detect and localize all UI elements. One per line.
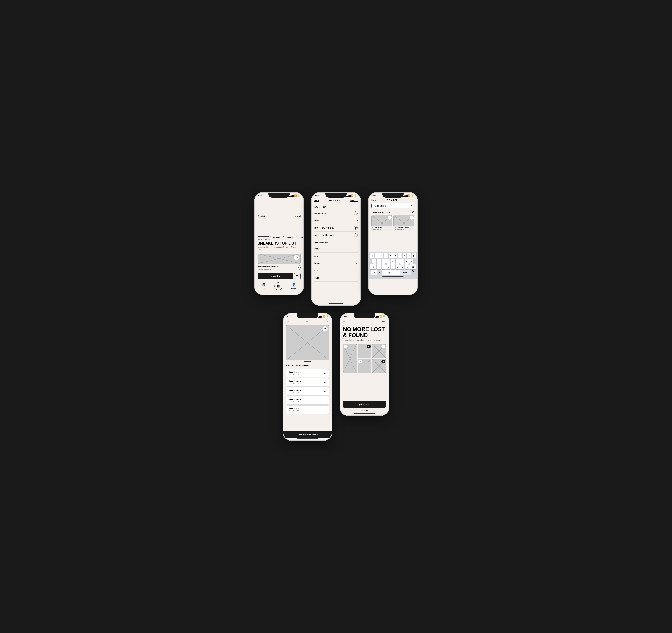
share-link[interactable]: share (324, 321, 329, 323)
nav-center-button[interactable]: ⊡ (274, 282, 282, 290)
tab-youngbloo[interactable]: young bloo... (298, 236, 304, 237)
board-item-5[interactable]: board name marila · 1 pin → (286, 405, 329, 414)
key-q[interactable]: q (370, 253, 374, 258)
key-m[interactable]: m (405, 264, 409, 270)
filter-store[interactable]: store → (314, 267, 358, 274)
battery-icon-5: 🔋 (383, 315, 385, 318)
key-y[interactable]: y (393, 253, 397, 258)
board-item-2[interactable]: board name marila · 1 pin → (286, 378, 329, 386)
key-s[interactable]: s (377, 259, 381, 264)
key-h[interactable]: h (395, 259, 400, 264)
filters-title: FILTERS (329, 199, 341, 202)
product-heart-btn[interactable]: ♥ (323, 326, 328, 331)
sort-recommended[interactable]: recomended (314, 210, 358, 217)
heart-btn-1[interactable]: ♡ (388, 216, 392, 220)
feed-eyebrow: NEW IN TODAY (258, 239, 301, 241)
key-k[interactable]: k (405, 259, 409, 264)
add-icon[interactable]: + (279, 214, 281, 218)
skip-button[interactable]: skip (382, 321, 386, 323)
clear-search-icon[interactable]: ✕ (410, 204, 412, 207)
product-arrow-btn[interactable]: → (296, 265, 301, 270)
key-x[interactable]: x (382, 264, 386, 270)
clear-all-button[interactable]: clear all (350, 199, 358, 202)
key-j[interactable]: j (400, 259, 404, 264)
key-f[interactable]: f (386, 259, 390, 264)
eye-results-icon[interactable]: 👁 (411, 210, 414, 214)
search-link[interactable]: search (295, 215, 302, 218)
radio-price-high[interactable] (354, 233, 358, 237)
key-u[interactable]: u (398, 253, 402, 258)
filter-store-label: store (314, 270, 319, 272)
sort-newest[interactable]: newest (314, 217, 358, 224)
radio-price-low[interactable] (354, 226, 358, 230)
key-mic[interactable]: 🎙 (412, 270, 414, 275)
search-bar[interactable]: 🔍 ✕ (371, 203, 414, 208)
board-info-2: board name marila · 1 pin (289, 380, 301, 384)
profile-icon: 👤 (291, 282, 296, 287)
radio-newest[interactable] (354, 219, 358, 222)
key-shift[interactable]: ⇧ (370, 264, 376, 270)
key-e[interactable]: e (379, 253, 383, 258)
wishlist-heart-mr[interactable]: ♥ (381, 359, 385, 363)
status-icons-4: ▂▄▆ 📶 🔋 (318, 315, 328, 318)
filter-color-arrow: → (355, 247, 358, 250)
search-input[interactable] (377, 205, 410, 207)
create-board-button[interactable]: + create new board (283, 431, 332, 437)
wishlist-heart-tr[interactable]: ♥ (367, 345, 371, 349)
wishlist-heart-br[interactable]: ♡ (381, 345, 385, 349)
filter-section: FILTER BY color → size → braand → store … (312, 239, 360, 282)
key-w[interactable]: w (375, 253, 379, 258)
result-card-2[interactable]: ♡ air vapormax part 2 off-white x nike (393, 215, 414, 231)
sort-price-high[interactable]: price - hight to low (314, 232, 358, 239)
key-g[interactable]: g (391, 259, 395, 264)
onboard-plus-icon[interactable]: + (343, 320, 345, 324)
key-a[interactable]: a (373, 259, 376, 264)
board-name-5: board name (289, 407, 301, 410)
wishlist-heart-ml[interactable]: ♡ (358, 359, 362, 363)
tab-following[interactable]: following (270, 236, 283, 237)
nav-profile[interactable]: 👤 profile (291, 282, 296, 290)
filter-style[interactable]: style → (314, 274, 358, 282)
save-back-button[interactable]: back (286, 321, 290, 323)
key-d[interactable]: d (382, 259, 386, 264)
key-b[interactable]: b (395, 264, 400, 270)
key-123[interactable]: 123 (371, 270, 377, 275)
save-plus-icon[interactable]: + (306, 320, 308, 324)
heart-btn-2[interactable]: ♡ (410, 216, 414, 220)
key-space[interactable]: space (382, 270, 400, 275)
result-card-1[interactable]: ♡ boost 700 v3 adidas yeezy (371, 215, 392, 231)
key-r[interactable]: r (384, 253, 388, 258)
filter-color[interactable]: color → (314, 245, 358, 253)
key-emoji[interactable]: ☺ (378, 270, 381, 275)
get-started-button[interactable]: get started (343, 401, 386, 408)
wishlist-heart-btn[interactable]: ♡ (294, 255, 299, 260)
key-l[interactable]: l (409, 259, 413, 264)
key-n[interactable]: n (400, 264, 404, 270)
key-delete[interactable]: ⌫ (409, 264, 416, 270)
key-o[interactable]: o (407, 253, 411, 258)
key-return[interactable]: return (400, 270, 411, 275)
board-item-3[interactable]: board name marila · 1 pin → (286, 387, 329, 396)
key-z[interactable]: z (377, 264, 381, 270)
board-item-4[interactable]: board name marila · 1 pin → (286, 396, 329, 405)
nav-feed[interactable]: ⊞ feed (262, 282, 265, 290)
board-item-1[interactable]: board name marila · 1 pin → (286, 369, 329, 377)
view-button[interactable]: 👁 (294, 273, 301, 279)
wishlist-heart-tall[interactable]: ♡ (344, 345, 347, 349)
sort-price-low[interactable]: price - low to hight (314, 224, 358, 232)
tab-foryou[interactable]: for you (258, 236, 269, 237)
key-i[interactable]: i (403, 253, 406, 258)
key-v[interactable]: v (391, 264, 395, 270)
filter-size[interactable]: size → (314, 253, 358, 260)
follow-list-button[interactable]: follow list (258, 273, 293, 279)
key-p[interactable]: p (412, 253, 416, 258)
search-back-button[interactable]: back (371, 199, 376, 202)
radio-recommended[interactable] (354, 211, 358, 215)
back-button[interactable]: back (314, 199, 319, 202)
key-c[interactable]: c (386, 264, 390, 270)
filter-brand[interactable]: braand → (314, 260, 358, 267)
canvas: 9:44 ▂▄▆ 📶 🔋 duds + search for you follo… (229, 192, 443, 441)
app-logo: duds (258, 214, 265, 218)
tab-wishlist[interactable]: wishlist (285, 236, 297, 237)
key-t[interactable]: t (389, 253, 392, 258)
